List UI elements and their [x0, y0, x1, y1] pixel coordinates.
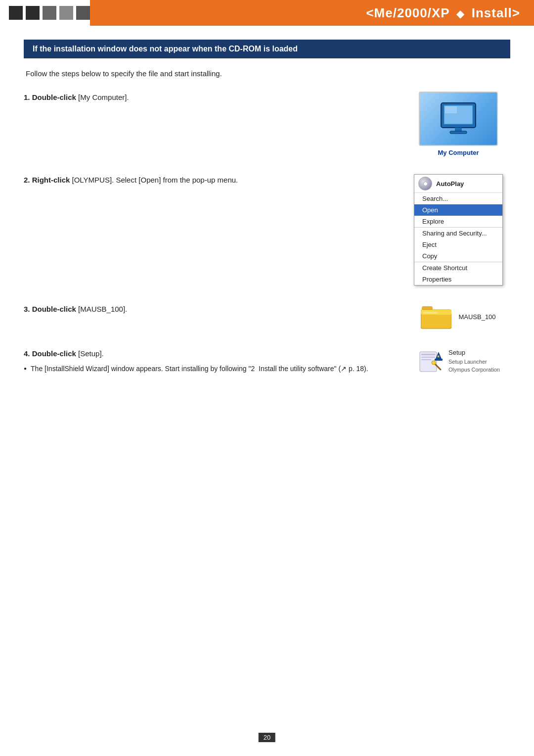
- folder-label: MAUSB_100: [458, 313, 495, 321]
- step-2-image: AutoPlay Search... Open Explore Sharing …: [406, 174, 510, 285]
- diamond-icon: ◆: [456, 8, 464, 19]
- header-square-4: [59, 6, 73, 20]
- step-4: 4. Double-click [Setup]. The [InstallShi…: [24, 348, 510, 374]
- step-3: 3. Double-click [MAUSB_100]. MAUSB_100: [24, 303, 510, 330]
- cd-icon: [418, 177, 432, 190]
- menu-item-open[interactable]: Open: [414, 204, 502, 216]
- svg-rect-14: [435, 359, 443, 361]
- svg-rect-10: [421, 354, 435, 355]
- setup-icon-wrap: ★ Setup Setup Launcher Olympus Corporati…: [417, 348, 500, 374]
- autoplay-bold: AutoPlay: [436, 180, 464, 188]
- step-3-description: [MAUSB_100].: [78, 305, 127, 313]
- section-heading: If the installation window does not appe…: [24, 40, 510, 58]
- menu-item-explore[interactable]: Explore: [414, 216, 502, 227]
- step-1: 1. Double-click [My Computer].: [24, 92, 510, 156]
- step-4-label: 4. Double-click: [24, 349, 76, 358]
- main-content: If the installation window does not appe…: [0, 26, 534, 412]
- menu-item-search[interactable]: Search...: [414, 193, 502, 204]
- page-number: 20: [259, 733, 275, 742]
- menu-item-sharing[interactable]: Sharing and Security...: [414, 227, 502, 239]
- svg-rect-8: [423, 312, 438, 314]
- svg-rect-2: [445, 106, 457, 113]
- setup-name: Setup: [448, 348, 500, 358]
- step-3-label: 3. Double-click: [24, 305, 76, 313]
- my-computer-icon: [419, 92, 498, 146]
- setup-sub1: Setup Launcher: [448, 358, 500, 366]
- header-square-3: [43, 6, 56, 20]
- step-4-image: ★ Setup Setup Launcher Olympus Corporati…: [406, 348, 510, 374]
- svg-rect-4: [450, 131, 467, 134]
- step-4-text: 4. Double-click [Setup]. The [InstallShi…: [24, 348, 406, 374]
- page-title: <Me/2000/XP ◆ Install>: [366, 5, 520, 21]
- folder-icon-wrap: MAUSB_100: [421, 303, 495, 330]
- header-square-1: [9, 6, 23, 20]
- step-2-text: 2. Right-click [OLYMPUS]. Select [Open] …: [24, 174, 406, 189]
- intro-text: Follow the steps below to specify the fi…: [24, 69, 510, 78]
- step-4-description: [Setup].: [78, 349, 104, 358]
- context-menu: AutoPlay Search... Open Explore Sharing …: [414, 174, 503, 285]
- step-1-label: 1. Double-click: [24, 93, 76, 101]
- step-3-text: 3. Double-click [MAUSB_100].: [24, 303, 406, 318]
- svg-point-17: [432, 361, 436, 365]
- header-square-2: [26, 6, 40, 20]
- step-2: 2. Right-click [OLYMPUS]. Select [Open] …: [24, 174, 510, 285]
- step-2-description: [OLYMPUS]. Select [Open] from the pop-up…: [72, 176, 238, 184]
- svg-text:★: ★: [437, 354, 440, 359]
- step-1-text: 1. Double-click [My Computer].: [24, 92, 406, 106]
- svg-rect-11: [421, 357, 435, 358]
- step-1-description: [My Computer].: [78, 93, 129, 101]
- context-menu-header: AutoPlay: [414, 175, 502, 193]
- menu-item-copy[interactable]: Copy: [414, 250, 502, 262]
- step-3-image: MAUSB_100: [406, 303, 510, 330]
- step-1-image: My Computer: [406, 92, 510, 156]
- menu-item-properties[interactable]: Properties: [414, 274, 502, 285]
- header-square-5: [76, 6, 90, 20]
- step-4-bullet: The [InstallShield Wizard] window appear…: [24, 364, 392, 374]
- setup-sub2: Olympus Corporation: [448, 366, 500, 374]
- setup-wizard-icon: ★: [417, 348, 443, 374]
- setup-text-block: Setup Setup Launcher Olympus Corporation: [448, 348, 500, 374]
- header-title-area: <Me/2000/XP ◆ Install>: [90, 0, 534, 26]
- folder-icon: [421, 303, 451, 330]
- step-2-label: 2. Right-click: [24, 176, 70, 184]
- menu-item-shortcut[interactable]: Create Shortcut: [414, 262, 502, 274]
- monitor-svg: [436, 101, 481, 137]
- header-squares: [0, 0, 90, 26]
- my-computer-label: My Computer: [438, 149, 479, 156]
- svg-rect-12: [421, 359, 431, 360]
- page-header: <Me/2000/XP ◆ Install>: [0, 0, 534, 26]
- menu-item-eject[interactable]: Eject: [414, 239, 502, 250]
